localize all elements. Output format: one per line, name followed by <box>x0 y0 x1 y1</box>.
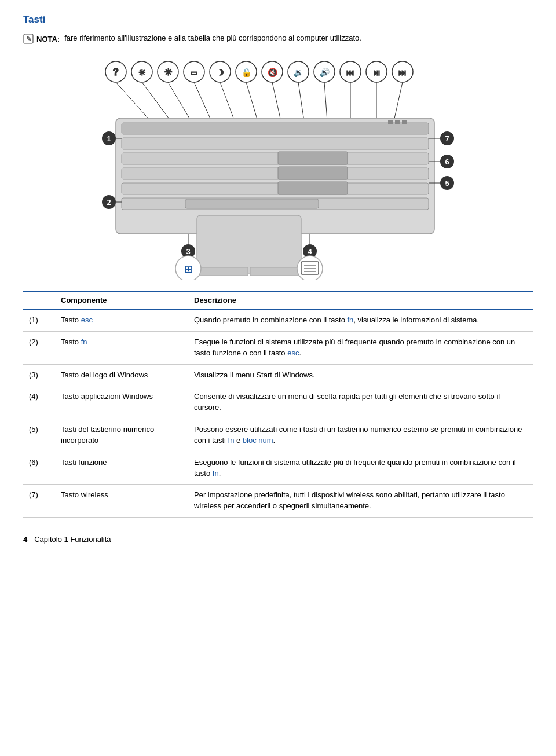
svg-rect-45 <box>122 183 429 194</box>
row-component: Tasto applicazioni Windows <box>55 386 188 419</box>
row-component: Tasto esc <box>55 309 188 331</box>
svg-line-29 <box>194 82 211 121</box>
footer-bar: 4 Capitolo 1 Funzionalità <box>23 535 533 544</box>
svg-text:🔉: 🔉 <box>294 68 304 78</box>
row-description: Esegue le funzioni di sistema utilizzate… <box>188 331 533 364</box>
nota-box: ✎ NOTA: fare riferimento all'illustrazio… <box>23 34 533 44</box>
svg-text:🔊: 🔊 <box>320 68 330 78</box>
svg-text:⏭: ⏭ <box>398 68 407 77</box>
page-title: Tasti <box>23 14 533 25</box>
row-number: (1) <box>23 309 55 331</box>
svg-rect-39 <box>122 123 429 134</box>
svg-line-26 <box>116 82 151 121</box>
keyboard-diagram: ? ☀ ✳ ▭ ☽ 🔒 🔇 🔉 🔊 <box>23 54 533 280</box>
row-component: Tasti del tastierino numerico incorporat… <box>55 419 188 452</box>
nota-icon: ✎ <box>23 34 34 44</box>
svg-text:4: 4 <box>308 247 312 256</box>
svg-rect-41 <box>122 153 429 164</box>
svg-text:⏮: ⏮ <box>346 68 354 77</box>
svg-text:3: 3 <box>186 247 190 256</box>
row-component: Tasto fn <box>55 331 188 364</box>
svg-text:☽: ☽ <box>217 68 224 77</box>
table-row: (1)Tasto escQuando premuto in combinazio… <box>23 309 533 331</box>
svg-text:6: 6 <box>445 157 449 166</box>
svg-text:7: 7 <box>445 134 449 143</box>
col-header-num <box>23 291 55 309</box>
row-component: Tasto del logo di Windows <box>55 364 188 386</box>
svg-text:5: 5 <box>445 179 449 188</box>
table-row: (4)Tasto applicazioni WindowsConsente di… <box>23 386 533 419</box>
svg-text:2: 2 <box>107 198 111 207</box>
svg-rect-49 <box>197 215 301 273</box>
col-header-component: Componente <box>55 291 188 309</box>
footer-page-number: 4 <box>23 535 27 544</box>
svg-text:✳: ✳ <box>164 67 172 77</box>
svg-text:⊞: ⊞ <box>184 263 193 275</box>
table-row: (2)Tasto fnEsegue le funzioni di sistema… <box>23 331 533 364</box>
row-number: (5) <box>23 419 55 452</box>
svg-rect-54 <box>402 120 407 124</box>
nota-description: fare riferimento all'illustrazione e all… <box>64 34 361 42</box>
svg-text:⏯: ⏯ <box>372 68 381 77</box>
table-row: (5)Tasti del tastierino numerico incorpo… <box>23 419 533 452</box>
svg-text:🔇: 🔇 <box>268 68 278 78</box>
nota-label: ✎ NOTA: <box>23 34 60 44</box>
svg-line-34 <box>324 82 327 121</box>
svg-rect-48 <box>185 199 319 208</box>
svg-rect-43 <box>122 168 429 179</box>
row-description: Consente di visualizzare un menu di scel… <box>188 386 533 419</box>
svg-line-27 <box>142 82 171 121</box>
keyboard-svg: ? ☀ ✳ ▭ ☽ 🔒 🔇 🔉 🔊 <box>81 54 475 280</box>
svg-line-37 <box>394 82 403 121</box>
svg-rect-53 <box>395 120 400 124</box>
row-number: (4) <box>23 386 55 419</box>
svg-line-32 <box>272 82 281 121</box>
row-component: Tasto wireless <box>55 485 188 518</box>
table-row: (7)Tasto wirelessPer impostazione predef… <box>23 485 533 518</box>
row-description: Quando premuto in combinazione con il ta… <box>188 309 533 331</box>
svg-text:🔒: 🔒 <box>242 68 252 78</box>
svg-text:▭: ▭ <box>191 68 197 77</box>
svg-line-28 <box>168 82 191 121</box>
row-number: (6) <box>23 452 55 485</box>
svg-text:1: 1 <box>107 134 111 143</box>
svg-text:?: ? <box>113 67 119 77</box>
svg-rect-44 <box>278 167 348 179</box>
table-row: (6)Tasti funzioneEseguono le funzioni di… <box>23 452 533 485</box>
row-description: Eseguono le funzioni di sistema utilizza… <box>188 452 533 485</box>
row-description: Visualizza il menu Start di Windows. <box>188 364 533 386</box>
row-description: Per impostazione predefinita, tutti i di… <box>188 485 533 518</box>
footer-chapter-label: Capitolo 1 Funzionalità <box>34 535 111 544</box>
table-header-row: Componente Descrizione <box>23 291 533 309</box>
row-component: Tasti funzione <box>55 452 188 485</box>
row-description: Possono essere utilizzati come i tasti d… <box>188 419 533 452</box>
svg-text:✎: ✎ <box>26 35 31 42</box>
row-number: (2) <box>23 331 55 364</box>
svg-text:☀: ☀ <box>138 68 146 77</box>
svg-line-33 <box>298 82 304 121</box>
component-table: Componente Descrizione (1)Tasto escQuand… <box>23 291 533 518</box>
svg-rect-52 <box>388 120 393 124</box>
row-number: (7) <box>23 485 55 518</box>
svg-line-31 <box>246 82 258 121</box>
svg-rect-42 <box>278 152 348 164</box>
col-header-description: Descrizione <box>188 291 533 309</box>
table-row: (3)Tasto del logo di WindowsVisualizza i… <box>23 364 533 386</box>
svg-rect-46 <box>278 182 348 194</box>
row-number: (3) <box>23 364 55 386</box>
svg-line-30 <box>220 82 235 121</box>
svg-rect-40 <box>122 138 429 149</box>
svg-rect-51 <box>250 267 301 276</box>
svg-rect-50 <box>197 267 248 276</box>
nota-keyword: NOTA: <box>36 35 60 43</box>
